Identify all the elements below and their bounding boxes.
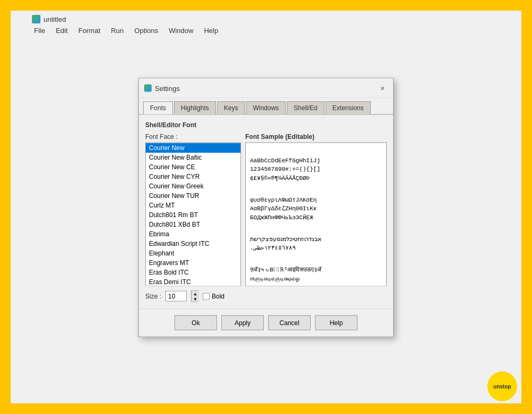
font-list-item[interactable]: Courier New CYR bbox=[146, 172, 240, 181]
title-area: untitled FileEditFormatRunOptionsWindowH… bbox=[32, 15, 220, 36]
sample-section: AaBbCcDdEeFfGgHhIiJj1234567890#:+=(){}[]… bbox=[250, 147, 382, 183]
font-list-item[interactable]: Eras Bold ITC bbox=[146, 268, 240, 277]
tab-highlights[interactable]: Highlights bbox=[174, 102, 216, 114]
app-icon bbox=[32, 15, 40, 23]
menu-item-edit[interactable]: Edit bbox=[54, 26, 70, 36]
dialog-icon bbox=[144, 85, 152, 92]
menu-item-options[interactable]: Options bbox=[132, 26, 160, 36]
spin-up-button[interactable]: ▲ bbox=[192, 291, 199, 296]
font-list-item[interactable]: Elephant bbox=[146, 249, 240, 258]
sample-box[interactable]: AaBbCcDdEeFfGgHhIiJj1234567890#:+=(){}[]… bbox=[245, 143, 387, 286]
unstop-badge: unstop bbox=[487, 371, 517, 401]
sample-section: אבגדהוזחטיכלמנסעפצקרשת.١٢٣٤٥٦٧٨٩حطي bbox=[250, 226, 382, 253]
dialog-title: Settings bbox=[144, 84, 180, 92]
font-list-container[interactable]: Courier NewCourier New BalticCourier New… bbox=[145, 143, 241, 286]
dialog-buttons: OkApplyCancelHelp bbox=[139, 309, 393, 337]
dialog-content: Shell/Editor Font Font Face : Courier Ne… bbox=[139, 115, 393, 309]
unstop-label: unstop bbox=[493, 384, 511, 390]
apply-button[interactable]: Apply bbox=[221, 316, 264, 330]
font-list-item[interactable]: Engravers MT bbox=[146, 258, 240, 268]
sample-label: Font Sample (Editable) bbox=[245, 133, 387, 140]
font-list-item[interactable]: Edwardian Script ITC bbox=[146, 239, 240, 249]
size-input[interactable] bbox=[165, 291, 187, 302]
tab-shell-ed[interactable]: Shell/Ed bbox=[287, 102, 325, 114]
bold-label-text: Bold bbox=[212, 293, 225, 300]
close-button[interactable]: × bbox=[377, 83, 388, 94]
menu-item-window[interactable]: Window bbox=[167, 26, 195, 36]
tab-windows[interactable]: Windows bbox=[246, 102, 286, 114]
menu-item-run[interactable]: Run bbox=[109, 26, 126, 36]
tab-fonts[interactable]: Fonts bbox=[143, 102, 173, 114]
section-label: Shell/Editor Font bbox=[145, 121, 387, 129]
font-list-item[interactable]: Courier New Baltic bbox=[146, 153, 240, 162]
bold-check-label[interactable]: Bold bbox=[203, 293, 225, 300]
font-sample-panel: Font Sample (Editable) AaBbCcDdEeFfGgHhI… bbox=[245, 133, 387, 302]
font-list-item[interactable]: Courier New Greek bbox=[146, 181, 240, 191]
size-spinner[interactable]: ▲ ▼ bbox=[191, 291, 198, 302]
app-title: untitled bbox=[32, 15, 220, 23]
settings-dialog: Settings × FontsHighlightsKeysWindowsShe… bbox=[138, 78, 394, 337]
font-list-item[interactable]: Courier New TUR bbox=[146, 191, 240, 201]
font-list-item[interactable]: Dutch801 Rm BT bbox=[146, 210, 240, 220]
tab-bar: FontsHighlightsKeysWindowsShell/EdExtens… bbox=[139, 98, 393, 115]
dialog-title-text: Settings bbox=[155, 84, 180, 92]
font-list-item[interactable]: Curlz MT bbox=[146, 201, 240, 210]
menu-item-format[interactable]: Format bbox=[76, 26, 102, 36]
spin-down-button[interactable]: ▼ bbox=[192, 296, 199, 302]
menu-item-help[interactable]: Help bbox=[202, 26, 220, 36]
sample-section: ऩ़ॲ३५ᆪΒ੩᷉ℝ³आइदिसउऊए३ॲஶகுடிசுடிஏகுடிக்ஷஏஓ bbox=[250, 256, 382, 283]
ok-button[interactable]: Ok bbox=[174, 316, 217, 330]
sample-section: φυσθεγριΛΦωΩτJΛKσΕηΑαΒβΓγΔδεζΖΗη0ΘΙιΚκБО… bbox=[250, 187, 382, 222]
tab-extensions[interactable]: Extensions bbox=[326, 102, 371, 114]
font-face-label: Font Face : bbox=[145, 133, 241, 140]
font-list-item[interactable]: Eras Demi ITC bbox=[146, 277, 240, 286]
menu-item-file[interactable]: File bbox=[32, 26, 47, 36]
size-label: Size : bbox=[145, 293, 161, 300]
app-title-text: untitled bbox=[44, 15, 66, 23]
two-column-layout: Font Face : Courier NewCourier New Balti… bbox=[145, 133, 387, 302]
cancel-button[interactable]: Cancel bbox=[268, 316, 311, 330]
tab-keys[interactable]: Keys bbox=[217, 102, 245, 114]
font-list-item[interactable]: Courier New bbox=[146, 143, 240, 153]
font-list-item[interactable]: Courier New CE bbox=[146, 162, 240, 172]
bold-checkbox[interactable] bbox=[203, 293, 210, 300]
font-list-panel: Font Face : Courier NewCourier New Balti… bbox=[145, 133, 241, 302]
help-button[interactable]: Help bbox=[315, 316, 358, 330]
menu-bar: FileEditFormatRunOptionsWindowHelp bbox=[32, 26, 220, 36]
size-row: Size : ▲ ▼ Bold bbox=[145, 291, 241, 302]
font-list-item[interactable]: Dutch801 XBd BT bbox=[146, 220, 240, 229]
dialog-title-bar: Settings × bbox=[139, 79, 393, 98]
font-list-item[interactable]: Ebrima bbox=[146, 229, 240, 239]
